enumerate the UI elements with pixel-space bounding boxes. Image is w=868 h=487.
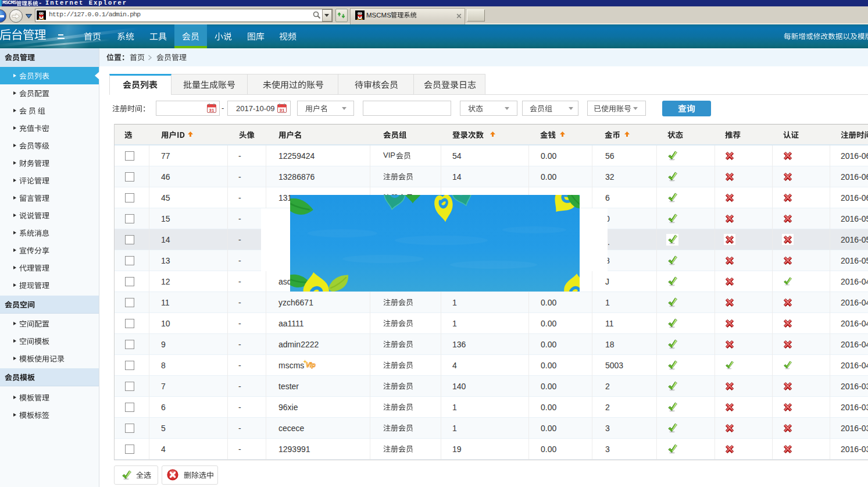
svg-text:31: 31 — [280, 108, 285, 113]
svg-text:31: 31 — [209, 108, 215, 113]
